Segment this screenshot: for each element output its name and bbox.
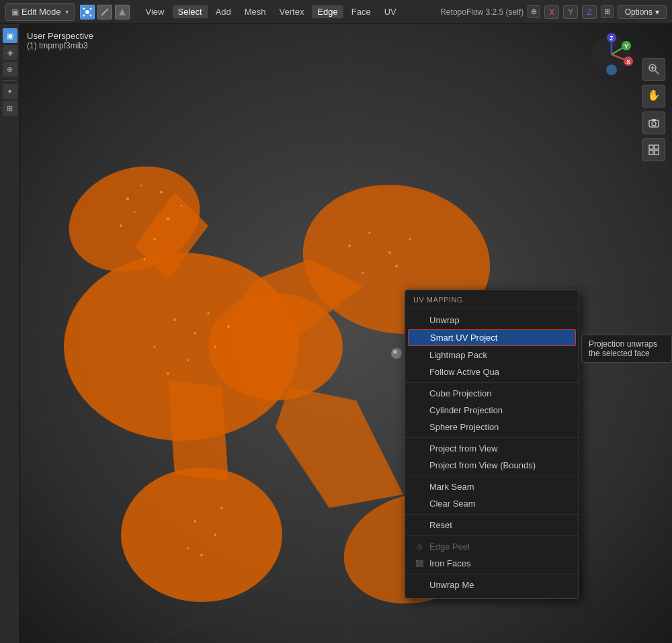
svg-point-45 [409,239,411,241]
menu-option-cube[interactable]: Cube Projection [405,385,579,402]
menu-view[interactable]: View [140,5,170,18]
context-menu-title: UV Mapping [405,293,579,308]
svg-rect-77 [655,151,659,155]
unwrap-me-icon [415,581,424,590]
menu-vertex[interactable]: Vertex [274,5,310,18]
tooltip: Projection unwraps the selected face [581,335,672,363]
menu-option-cylinder[interactable]: Cylinder Projection [405,402,579,419]
menu-option-project-view-bounds[interactable]: Project from View (Bounds) [405,457,579,474]
svg-point-51 [187,548,190,550]
svg-point-2 [89,7,91,9]
svg-point-38 [167,372,169,375]
sidebar-tool-2[interactable]: ◈ [3,45,17,60]
svg-rect-75 [655,145,659,149]
transform-icon-2[interactable]: ⊞ [601,5,614,18]
menu-option-lightmap[interactable]: Lightmap Pack [405,347,579,363]
svg-point-37 [187,359,190,361]
svg-marker-6 [119,9,126,15]
uv-mapping-context-menu: UV Mapping Unwrap Smart UV Project Light… [405,290,579,599]
transform-icon-1[interactable]: ⊕ [528,5,540,18]
project-view-icon [415,444,424,454]
object-name-label: (1) tmpmpf3mib3 [27,41,93,50]
svg-point-54 [393,350,397,354]
mode-selector[interactable]: ▣ Edit Mode ▾ [5,3,75,21]
cube-icon [415,389,424,398]
svg-point-32 [140,185,142,187]
menu-bar: View Select Add Mesh Vertex Edge Face UV [140,5,402,18]
sidebar-tool-5[interactable]: ⊞ [3,101,17,116]
reset-section: Reset [405,515,579,536]
cylinder-icon [415,406,424,415]
vertex-mode-icon[interactable] [80,5,95,19]
axis-x-btn[interactable]: X [544,5,559,19]
menu-option-smart-uv[interactable]: Smart UV Project [408,329,576,346]
menu-select[interactable]: Select [173,5,208,18]
menu-option-sphere[interactable]: Sphere Projection [405,419,579,435]
menu-face[interactable]: Face [346,5,376,18]
camera-tool[interactable] [642,112,665,134]
axis-z-btn[interactable]: Z [582,5,596,19]
menu-option-follow-active[interactable]: Follow Active Qua [405,363,579,380]
menu-edge[interactable]: Edge [312,5,343,18]
menu-mesh[interactable]: Mesh [239,5,271,18]
svg-marker-24 [276,387,403,508]
svg-text:Z: Z [610,35,614,42]
left-sidebar: ▣ ◈ ⊕ ✦ ⊞ [0,24,20,643]
svg-point-28 [144,259,146,261]
svg-point-35 [194,333,196,335]
sidebar-tool-3[interactable]: ⊕ [3,62,17,77]
menu-option-clear-seam[interactable]: Clear Seam [405,495,579,512]
svg-point-29 [167,218,169,220]
svg-point-46 [395,265,398,267]
svg-point-18 [121,468,282,602]
menu-option-unwrap-me[interactable]: Unwrap Me [405,576,579,593]
menu-option-project-view[interactable]: Project from View [405,440,579,457]
menu-option-reset[interactable]: Reset [405,517,579,533]
svg-point-1 [83,7,85,9]
unwrap-section: Unwrap Smart UV Project Lightmap Pack Fo… [405,310,579,383]
sidebar-tool-1[interactable]: ▣ [3,28,17,43]
reset-icon [415,521,424,530]
svg-point-40 [227,325,230,328]
mark-seam-icon [415,482,424,492]
smart-uv-icon [415,333,425,343]
top-bar-right: RetopoFlow 3.2.5 (self) ⊕ X Y Z ⊞ Option… [440,5,667,19]
menu-option-edge-peel[interactable]: ◷ Edge Peel [405,538,579,555]
axis-y-btn[interactable]: Y [563,5,578,19]
follow-active-icon [415,368,424,377]
grid-tool[interactable] [642,138,665,161]
top-bar: ▣ Edit Mode ▾ View Select Add Mesh Verte… [0,0,672,24]
options-button[interactable]: Options ▾ [618,5,667,19]
svg-point-31 [126,198,129,200]
iron-faces-icon: ⬛ [415,559,424,568]
svg-text:✋: ✋ [648,90,660,101]
seams-section: Mark Seam Clear Seam [405,476,579,515]
svg-point-22 [208,293,343,400]
svg-point-48 [194,520,196,523]
svg-point-50 [200,554,203,556]
svg-point-0 [85,10,89,14]
unwrap-icon [415,316,424,325]
project-view-bounds-icon [415,461,424,470]
sidebar-divider-1 [3,80,17,81]
face-mode-icon[interactable] [115,5,130,19]
zoom-tool[interactable] [642,58,665,81]
svg-point-33 [160,191,163,194]
edge-mode-icon[interactable] [97,5,112,19]
perspective-label: User Perspective [27,31,93,41]
projections-section: Cube Projection Cylinder Projection Sphe… [405,383,579,438]
pan-tool[interactable]: ✋ [642,85,665,108]
svg-point-49 [214,534,216,536]
svg-rect-73 [652,119,656,121]
right-tools: ✋ [642,58,665,161]
sidebar-tool-4[interactable]: ✦ [3,84,17,99]
viewport[interactable]: User Perspective (1) tmpmpf3mib3 Z Y X [20,24,672,643]
menu-add[interactable]: Add [210,5,237,18]
menu-option-iron-faces[interactable]: ⬛ Iron Faces [405,555,579,572]
menu-option-unwrap[interactable]: Unwrap [405,312,579,329]
mode-arrow: ▾ [65,8,69,15]
svg-point-65 [606,65,617,75]
menu-uv[interactable]: UV [379,5,402,18]
menu-option-mark-seam[interactable]: Mark Seam [405,478,579,495]
svg-point-34 [173,318,176,321]
